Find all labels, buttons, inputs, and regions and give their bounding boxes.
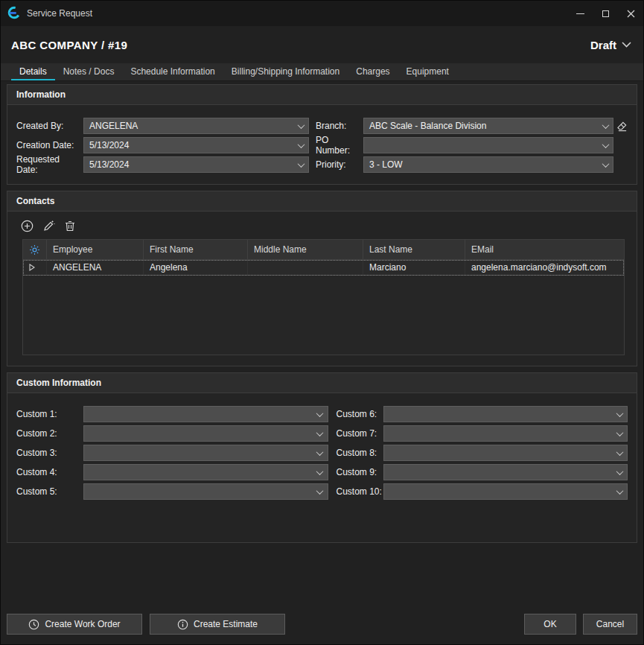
ok-button[interactable]: OK [524,614,576,635]
priority-value: 3 - LOW [364,159,598,170]
information-panel: Information Created By: ANGELENA Branch:… [7,84,637,185]
created-by-value: ANGELENA [84,121,293,131]
column-header-employee[interactable]: Employee [47,240,144,259]
chevron-down-icon [313,426,328,441]
custom-4-select[interactable] [83,464,328,480]
tab-charges[interactable]: Charges [348,63,398,80]
pencil-wand-icon [42,220,55,232]
custom-8-select[interactable] [383,445,628,461]
requested-date-label: Requested Date: [16,154,83,175]
po-number-select[interactable] [363,137,613,153]
content: Information Created By: ANGELENA Branch:… [1,81,643,610]
titlebar: Service Request [1,1,643,26]
delete-contact-button[interactable] [63,218,77,233]
minimize-icon [576,13,584,14]
edit-contact-button[interactable] [41,218,56,233]
tab-billing-shipping-information[interactable]: Billing/Shipping Information [223,63,348,80]
created-by-label: Created By: [16,121,83,131]
custom-1-select[interactable] [83,406,328,422]
contacts-panel: Contacts [7,191,637,366]
grid-empty-area [23,276,624,355]
information-panel-title: Information [7,85,637,105]
chevron-down-icon [612,465,627,480]
custom-1-label: Custom 1: [16,409,83,419]
table-row[interactable]: ANGELENA Angelena Marciano angelena.marc… [23,260,624,276]
custom-9-select[interactable] [383,464,628,480]
creation-date-select[interactable]: 5/13/2024 [83,137,309,153]
requested-date-select[interactable]: 5/13/2024 [83,156,309,173]
chevron-down-icon [293,118,308,133]
eraser-icon[interactable] [616,121,628,132]
priority-label: Priority: [316,159,363,170]
row-expander[interactable] [23,260,47,275]
grid-sun-icon [29,244,40,255]
custom-9-label: Custom 9: [333,467,383,477]
branch-label: Branch: [316,121,363,131]
cell-middle-name [248,260,363,275]
create-estimate-button[interactable]: Create Estimate [150,614,285,635]
page-title: ABC COMPANY / #19 [11,39,127,51]
window-title: Service Request [27,8,92,19]
branch-select[interactable]: ABC Scale - Balance Division [363,118,613,134]
priority-select[interactable]: 3 - LOW [363,156,613,173]
chevron-down-icon [612,445,627,460]
tab-schedule-information[interactable]: Schedule Information [122,63,223,80]
created-by-select[interactable]: ANGELENA [83,118,309,134]
trash-icon [64,220,76,232]
column-header-last-name[interactable]: Last Name [363,240,465,259]
custom-6-label: Custom 6: [333,409,383,419]
column-header-middle-name[interactable]: Middle Name [248,240,363,259]
contacts-table-header: Employee First Name Middle Name Last Nam… [23,240,624,260]
chevron-down-icon [622,42,631,48]
branch-value: ABC Scale - Balance Division [364,121,598,131]
footer: Create Work Order Create Estimate OK Can… [1,610,643,644]
maximize-button[interactable] [593,1,618,26]
expand-triangle-icon [29,264,35,271]
add-contact-button[interactable] [19,218,34,233]
cancel-button[interactable]: Cancel [583,614,637,635]
custom-2-select[interactable] [83,425,328,442]
po-number-label: PO Number: [316,135,363,156]
close-button[interactable] [618,1,643,26]
clock-icon [28,619,39,630]
chevron-down-icon [313,407,328,422]
grid-options-button[interactable] [23,240,47,259]
chevron-down-icon [598,138,613,153]
app-logo-icon [7,6,21,22]
create-work-order-button[interactable]: Create Work Order [7,614,142,635]
cell-email: angelena.marciano@indysoft.com [465,260,624,275]
column-header-first-name[interactable]: First Name [144,240,248,259]
chevron-down-icon [598,118,613,133]
column-header-email[interactable]: EMail [465,240,624,259]
custom-7-select[interactable] [383,425,628,442]
chevron-down-icon [612,407,627,422]
custom-3-select[interactable] [83,445,328,461]
chevron-down-icon [293,138,308,153]
close-icon [627,10,635,18]
custom-10-select[interactable] [383,483,628,500]
header: ABC COMPANY / #19 Draft [1,26,643,63]
chevron-down-icon [313,484,328,499]
requested-date-value: 5/13/2024 [84,159,293,170]
plus-circle-icon [21,220,34,232]
custom-10-label: Custom 10: [333,486,383,497]
contacts-toolbar [7,212,637,239]
status-dropdown[interactable]: Draft [590,39,631,51]
custom-6-select[interactable] [383,406,628,422]
chevron-down-icon [313,445,328,460]
custom-5-select[interactable] [83,483,328,500]
chevron-down-icon [612,484,627,499]
chevron-down-icon [598,157,613,172]
tab-details[interactable]: Details [11,63,55,80]
chevron-down-icon [313,465,328,480]
tab-equipment[interactable]: Equipment [398,63,457,80]
custom-2-label: Custom 2: [16,428,83,439]
minimize-button[interactable] [567,1,593,26]
tab-notes-docs[interactable]: Notes / Docs [55,63,123,80]
contacts-panel-title: Contacts [7,191,637,212]
chevron-down-icon [293,157,308,172]
cell-last-name: Marciano [363,260,465,275]
custom-information-panel: Custom Information Custom 1: Custom 6: C… [7,372,637,543]
chevron-down-icon [612,426,627,441]
custom-panel-title: Custom Information [7,373,637,393]
